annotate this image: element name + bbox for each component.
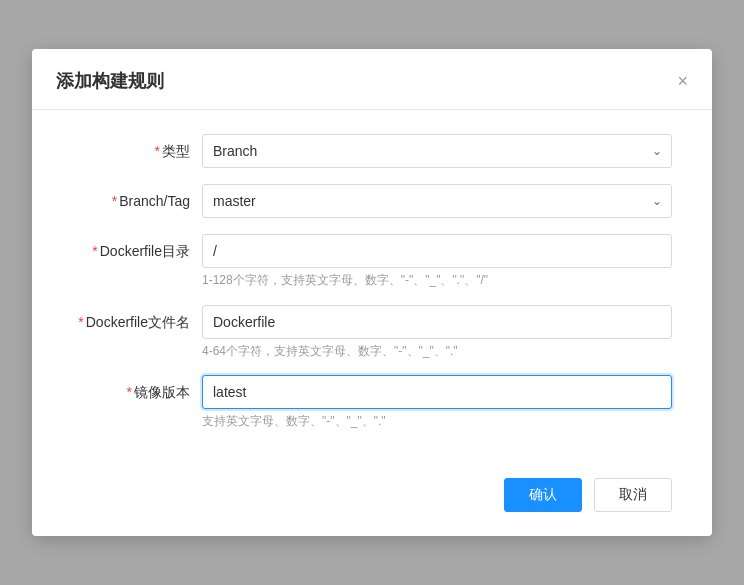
dockerfile-dir-hint: 1-128个字符，支持英文字母、数字、"-"、"_"、"."、"/" (202, 272, 672, 289)
confirm-button[interactable]: 确认 (504, 478, 582, 512)
dockerfile-dir-input[interactable] (202, 234, 672, 268)
dockerfile-name-label: *Dockerfile文件名 (72, 305, 202, 339)
type-content: Branch Tag ⌄ (202, 134, 672, 168)
required-star-type: * (155, 143, 160, 159)
dockerfile-name-content: 4-64个字符，支持英文字母、数字、"-"、"_"、"." (202, 305, 672, 360)
branch-tag-content: master main develop ⌄ (202, 184, 672, 218)
required-star-dir: * (92, 243, 97, 259)
type-row: *类型 Branch Tag ⌄ (72, 134, 672, 168)
close-icon: × (677, 72, 688, 90)
dockerfile-dir-content: 1-128个字符，支持英文字母、数字、"-"、"_"、"."、"/" (202, 234, 672, 289)
dialog-header: 添加构建规则 × (32, 49, 712, 110)
dialog-title: 添加构建规则 (56, 69, 164, 93)
branch-tag-select[interactable]: master main develop (202, 184, 672, 218)
image-version-row: *镜像版本 支持英文字母、数字、"-"、"_"、"." (72, 375, 672, 430)
dialog-body: *类型 Branch Tag ⌄ *Branch/Tag (32, 110, 712, 466)
branch-tag-row: *Branch/Tag master main develop ⌄ (72, 184, 672, 218)
dockerfile-name-input[interactable] (202, 305, 672, 339)
dialog: 添加构建规则 × *类型 Branch Tag ⌄ (32, 49, 712, 536)
type-label: *类型 (72, 134, 202, 168)
image-version-hint: 支持英文字母、数字、"-"、"_"、"." (202, 413, 672, 430)
type-select-wrapper: Branch Tag ⌄ (202, 134, 672, 168)
close-button[interactable]: × (677, 72, 688, 90)
required-star-version: * (127, 384, 132, 400)
dockerfile-name-hint: 4-64个字符，支持英文字母、数字、"-"、"_"、"." (202, 343, 672, 360)
image-version-label: *镜像版本 (72, 375, 202, 409)
type-select[interactable]: Branch Tag (202, 134, 672, 168)
dockerfile-dir-row: *Dockerfile目录 1-128个字符，支持英文字母、数字、"-"、"_"… (72, 234, 672, 289)
image-version-content: 支持英文字母、数字、"-"、"_"、"." (202, 375, 672, 430)
cancel-button[interactable]: 取消 (594, 478, 672, 512)
required-star-name: * (78, 314, 83, 330)
dialog-footer: 确认 取消 (32, 466, 712, 536)
required-star-branch: * (112, 193, 117, 209)
dockerfile-name-row: *Dockerfile文件名 4-64个字符，支持英文字母、数字、"-"、"_"… (72, 305, 672, 360)
branch-tag-select-wrapper: master main develop ⌄ (202, 184, 672, 218)
dialog-overlay: 添加构建规则 × *类型 Branch Tag ⌄ (0, 0, 744, 585)
branch-tag-label: *Branch/Tag (72, 184, 202, 218)
image-version-input[interactable] (202, 375, 672, 409)
dockerfile-dir-label: *Dockerfile目录 (72, 234, 202, 268)
